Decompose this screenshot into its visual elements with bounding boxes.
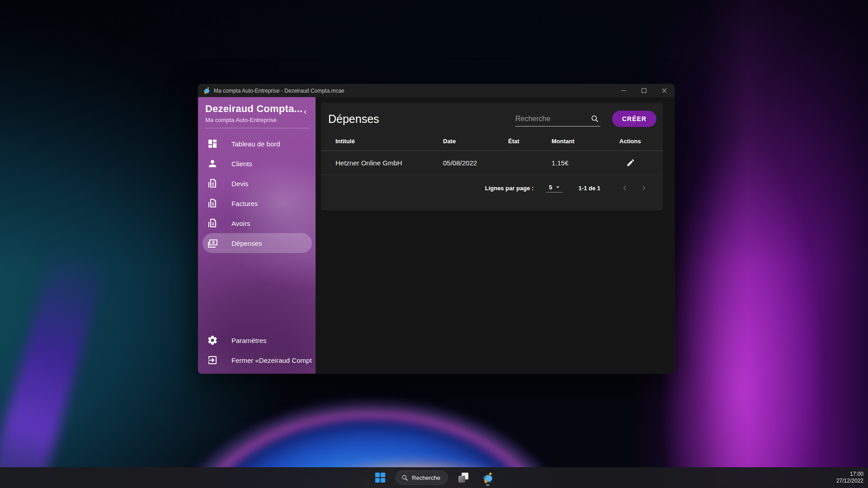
sidebar: Dezeiraud Compta... Ma compta Auto-Entre…: [198, 97, 316, 374]
close-button[interactable]: [654, 84, 675, 97]
rows-per-page-label: Lignes par page :: [485, 185, 534, 192]
sidebar-item-avoirs[interactable]: Avoirs: [203, 213, 312, 233]
column-header-date: Date: [443, 138, 508, 145]
sidebar-item-parametres[interactable]: Paramètres: [203, 330, 312, 350]
rows-per-page-value: 5: [549, 184, 552, 191]
page-title: Dépenses: [328, 113, 379, 126]
windows-logo-icon: [375, 473, 385, 483]
sidebar-header: Dezeiraud Compta... Ma compta Auto-Entre…: [198, 97, 316, 128]
sidebar-item-clients[interactable]: Clients: [203, 154, 312, 174]
dashboard-icon: [207, 138, 218, 149]
company-name: Dezeiraud Compta...: [205, 103, 309, 115]
column-header-intitule: Intitulé: [335, 138, 443, 145]
cell-date: 05/08/2022: [443, 159, 508, 167]
app-name-subtitle: Ma compta Auto-Entreprise: [205, 117, 309, 123]
sidebar-item-label: Tableau de bord: [231, 140, 280, 148]
rows-per-page-select[interactable]: 5: [546, 183, 562, 192]
window-title: Ma compta Auto-Entreprise - Dezeiraud Co…: [214, 88, 613, 94]
previous-page-button[interactable]: [619, 183, 630, 193]
document-icon: [207, 178, 218, 189]
minimize-button[interactable]: [613, 84, 634, 97]
sidebar-item-label: Dépenses: [231, 239, 262, 247]
sidebar-item-tableau-de-bord[interactable]: Tableau de bord: [203, 134, 312, 154]
piggy-bank-app-icon: [203, 87, 210, 94]
taskbar-clock[interactable]: 17:00 27/12/2022: [836, 467, 863, 488]
chevron-right-icon: [639, 183, 649, 193]
sidebar-item-label: Avoirs: [231, 220, 250, 227]
taskbar: Recherche 17:00 27/12/2022: [0, 467, 868, 488]
window-titlebar[interactable]: Ma compta Auto-Entreprise - Dezeiraud Co…: [198, 84, 675, 97]
chevron-left-icon: [620, 183, 630, 193]
search-field: [515, 111, 600, 127]
cell-etat: [508, 159, 552, 167]
document-icon: [207, 198, 218, 209]
cell-intitule: Hetzner Online GmbH: [335, 159, 443, 167]
table-header-row: Intitulé Date État Montant Actions: [321, 132, 663, 151]
task-view-button[interactable]: [454, 469, 472, 487]
sidebar-item-fermer[interactable]: Fermer «Dezeiraud Compt...: [203, 350, 312, 370]
pencil-icon: [626, 158, 635, 167]
gear-icon: [207, 335, 218, 346]
clock-date: 27/12/2022: [836, 478, 863, 484]
person-icon: [207, 158, 218, 169]
exit-icon: [207, 355, 218, 366]
document-icon: [207, 218, 218, 229]
sidebar-item-label: Fermer «Dezeiraud Compt...: [231, 357, 312, 364]
edit-button[interactable]: [623, 155, 638, 170]
start-button[interactable]: [371, 469, 389, 487]
cell-montant: 1.15€: [552, 159, 619, 167]
table-row[interactable]: Hetzner Online GmbH 05/08/2022 1.15€: [321, 151, 663, 175]
pagination-range: 1-1 de 1: [579, 185, 600, 192]
sidebar-item-label: Paramètres: [231, 337, 267, 344]
running-indicator: [486, 484, 489, 486]
taskbar-search[interactable]: Recherche: [396, 470, 448, 485]
column-header-montant: Montant: [552, 138, 619, 145]
card-header: Dépenses CRÉER: [321, 103, 663, 132]
sidebar-item-label: Devis: [231, 180, 249, 188]
sidebar-item-label: Factures: [231, 200, 258, 207]
sidebar-menu: Tableau de bord Clients Devis: [198, 134, 316, 253]
table-pagination: Lignes par page : 5 1-1 de 1: [321, 175, 663, 201]
chevron-left-icon: [302, 108, 309, 116]
maximize-button[interactable]: [634, 84, 654, 97]
clock-time: 17:00: [850, 471, 863, 478]
taskbar-app-ma-compta[interactable]: [479, 469, 497, 487]
create-button[interactable]: CRÉER: [612, 111, 656, 127]
cell-actions: [619, 155, 652, 170]
taskbar-search-label: Recherche: [412, 474, 440, 481]
sidebar-footer: Paramètres Fermer «Dezeiraud Compt...: [198, 330, 316, 374]
depenses-card: Dépenses CRÉER Intitulé Date État Montan…: [321, 103, 663, 211]
sidebar-item-depenses[interactable]: Dépenses: [203, 233, 312, 253]
search-icon: [401, 474, 408, 481]
cash-icon: [207, 238, 218, 249]
column-header-etat: État: [508, 138, 552, 145]
sidebar-divider: [205, 128, 309, 128]
search-input[interactable]: [515, 115, 600, 123]
task-view-icon: [458, 473, 468, 483]
sidebar-collapse-button[interactable]: [300, 107, 310, 117]
search-icon[interactable]: [590, 114, 599, 123]
sidebar-item-factures[interactable]: Factures: [203, 193, 312, 213]
next-page-button[interactable]: [638, 183, 649, 193]
app-window: Ma compta Auto-Entreprise - Dezeiraud Co…: [198, 84, 675, 374]
column-header-actions: Actions: [619, 138, 652, 145]
sidebar-item-devis[interactable]: Devis: [203, 174, 312, 193]
piggy-bank-app-icon: [481, 472, 494, 484]
main-content: Dépenses CRÉER Intitulé Date État Montan…: [316, 97, 675, 374]
sidebar-item-label: Clients: [231, 160, 252, 168]
caret-down-icon: [554, 183, 561, 191]
